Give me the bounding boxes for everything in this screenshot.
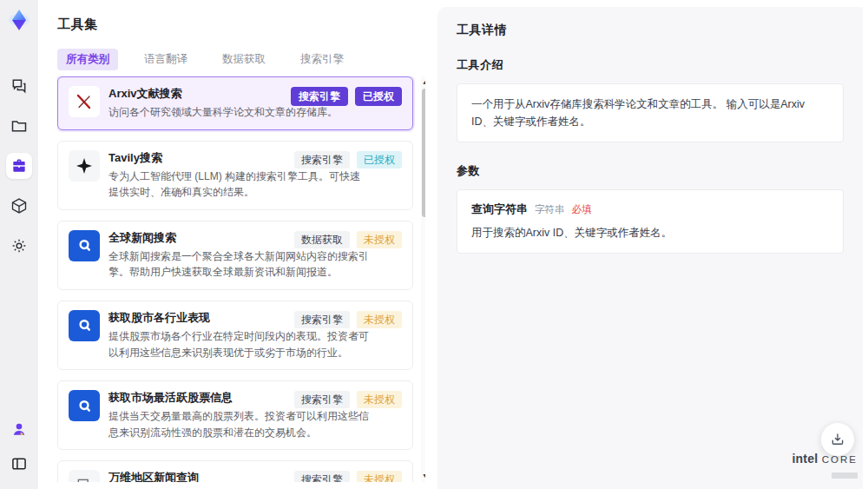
tool-description: 提供当天交易量最高的股票列表。投资者可以利用这些信息来识别流动性强的股票和潜在的… [108, 408, 369, 440]
folder-icon [10, 117, 28, 135]
panel-toggle-icon [10, 455, 28, 472]
param-type: 字符串 [535, 203, 565, 216]
intel-core-logo: intel CORE [792, 451, 858, 482]
category-badge: 搜索引擎 [294, 151, 350, 169]
briefcase-icon [10, 157, 28, 175]
param-box: 查询字符串 字符串 必填 用于搜索的Arxiv ID、关键字或作者姓名。 [457, 189, 844, 254]
news-search-icon [69, 390, 100, 421]
category-badge: 搜索引擎 [294, 391, 350, 408]
tavily-logo-icon [69, 150, 100, 182]
news-search-icon [69, 230, 100, 261]
sidebar-item-collapse[interactable] [6, 451, 32, 477]
category-badge: 搜索引擎 [294, 471, 350, 482]
category-badge: 搜索引擎 [294, 311, 350, 328]
tool-description: 访问各个研究领域大量科学论文和文章的存储库。 [108, 104, 338, 121]
tab-language-translation[interactable]: 语言翻译 [135, 49, 196, 70]
arxiv-logo-icon [69, 86, 100, 117]
status-badge: 未授权 [357, 311, 402, 328]
status-badge: 未授权 [357, 391, 402, 408]
user-avatar-icon [10, 420, 28, 438]
status-badge: 已授权 [355, 87, 402, 106]
status-badge: 未授权 [357, 471, 402, 482]
scroll-down-arrow[interactable]: ▼ [421, 472, 425, 480]
tool-card-global-news[interactable]: 全球新闻搜索 全球新闻搜索是一个聚合全球各大新闻网站内容的搜索引擎。帮助用户快速… [57, 221, 413, 290]
tool-card-arxiv[interactable]: Arxiv文献搜索 访问各个研究领域大量科学论文和文章的存储库。 搜索引擎 已授… [57, 76, 413, 130]
tool-description: 全球新闻搜索是一个聚合全球各大新闻网站内容的搜索引擎。帮助用户快速获取全球最新资… [108, 248, 369, 281]
list-scrollbar[interactable]: ▲ ▼ [421, 76, 425, 482]
detail-title: 工具详情 [457, 23, 844, 38]
intel-wordmark: intel [792, 452, 819, 466]
sidebar-item-settings[interactable] [6, 233, 32, 259]
intel-sub-badge [832, 472, 858, 479]
params-heading: 参数 [457, 163, 844, 179]
status-badge: 已授权 [357, 151, 402, 169]
intro-text: 一个用于从Arxiv存储库搜索科学论文和文章的工具。 输入可以是Arxiv ID… [471, 96, 829, 130]
app-logo-icon [6, 7, 32, 33]
core-wordmark: CORE [822, 454, 858, 465]
category-badge: 数据获取 [294, 231, 350, 248]
tool-card-sector-performance[interactable]: 获取股市各行业表现 提供股票市场各个行业在特定时间段内的表现。投资者可以利用这些… [57, 301, 413, 370]
tool-detail-panel: 工具详情 工具介绍 一个用于从Arxiv存储库搜索科学论文和文章的工具。 输入可… [437, 7, 863, 489]
left-rail [0, 0, 38, 489]
newspaper-icon [69, 470, 100, 482]
param-name: 查询字符串 [471, 202, 528, 217]
tab-search-engine[interactable]: 搜索引擎 [292, 49, 352, 70]
tab-data-fetch[interactable]: 数据获取 [214, 49, 274, 70]
tool-description: 专为人工智能代理 (LLM) 构建的搜索引擎工具。可快速提供实时、准确和真实的结… [108, 169, 369, 201]
gear-icon [10, 237, 28, 254]
download-icon [830, 432, 845, 447]
intro-heading: 工具介绍 [457, 57, 844, 73]
sidebar-item-models[interactable] [6, 193, 32, 219]
scroll-up-arrow[interactable]: ▲ [421, 78, 425, 87]
status-badge: 未授权 [357, 231, 402, 248]
chat-icon [10, 77, 28, 95]
tool-card-regional-news[interactable]: 万维地区新闻查询 查询具体行政区划内的新闻，快速了解各地新闻动 搜索引擎 未授权 [57, 460, 413, 482]
scrollbar-thumb[interactable] [422, 89, 425, 217]
tool-description: 提供股票市场各个行业在特定时间段内的表现。投资者可以利用这些信息来识别表现优于或… [108, 328, 369, 360]
param-required-flag: 必填 [572, 203, 592, 216]
tool-card-most-active-stocks[interactable]: 获取市场最活跃股票信息 提供当天交易量最高的股票列表。投资者可以利用这些信息来识… [57, 380, 413, 450]
tool-card-list: Arxiv文献搜索 访问各个研究领域大量科学论文和文章的存储库。 搜索引擎 已授… [57, 76, 425, 482]
param-description: 用于搜索的Arxiv ID、关键字或作者姓名。 [471, 224, 829, 241]
category-badge: 搜索引擎 [291, 87, 348, 106]
sidebar-item-user[interactable] [6, 416, 32, 442]
intro-box: 一个用于从Arxiv存储库搜索科学论文和文章的工具。 输入可以是Arxiv ID… [457, 83, 844, 142]
sidebar-item-chat[interactable] [6, 73, 32, 99]
cube-icon [10, 197, 28, 215]
news-search-icon [69, 310, 100, 341]
tab-all-categories[interactable]: 所有类别 [57, 49, 118, 70]
sidebar-item-tools[interactable] [6, 153, 32, 179]
category-tabs: 所有类别 语言翻译 数据获取 搜索引擎 [38, 33, 431, 70]
sidebar-item-files[interactable] [6, 113, 32, 139]
tool-card-tavily[interactable]: Tavily搜索 专为人工智能代理 (LLM) 构建的搜索引擎工具。可快速提供实… [57, 141, 413, 210]
page-title: 工具集 [38, 0, 431, 33]
tool-list-panel: 工具集 所有类别 语言翻译 数据获取 搜索引擎 Arxiv文献搜索 访问各个研究… [38, 0, 431, 489]
